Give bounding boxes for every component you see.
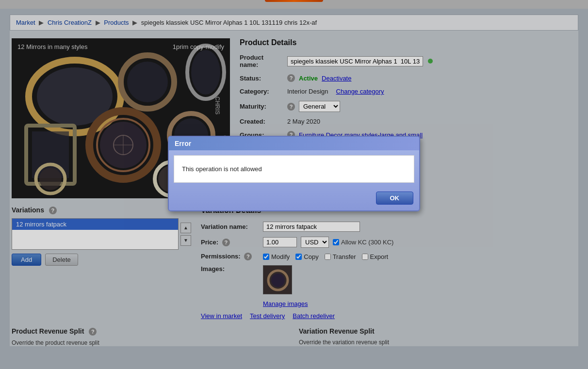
modal-footer: OK	[169, 188, 419, 210]
modal-error-message: This operation is not allowed	[182, 165, 262, 173]
modal-title-text: Error	[175, 140, 191, 147]
modal-overlay: Error This operation is not allowed OK	[0, 0, 588, 369]
modal-title-bar: Error	[169, 137, 419, 150]
modal-body: This operation is not allowed	[174, 155, 414, 183]
error-modal: Error This operation is not allowed OK	[168, 136, 420, 211]
modal-ok-button[interactable]: OK	[376, 192, 414, 205]
